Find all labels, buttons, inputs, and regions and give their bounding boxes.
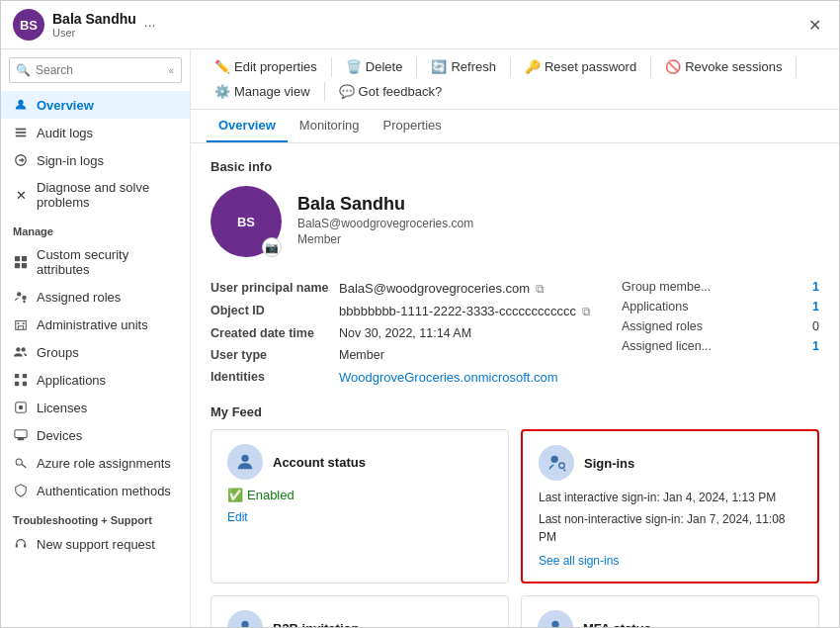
more-options-icon[interactable]: ···	[144, 17, 156, 33]
divider-5	[796, 57, 797, 77]
stat-label-apps: Applications	[622, 300, 688, 314]
sidebar-item-sign-in-logs[interactable]: Sign-in logs	[1, 146, 190, 174]
svg-rect-25	[24, 544, 26, 548]
signins-user-icon	[539, 445, 574, 481]
divider-3	[510, 57, 511, 77]
sidebar-item-assigned-roles[interactable]: Assigned roles	[1, 283, 190, 311]
svg-point-27	[551, 456, 558, 463]
content-area: ✏️ Edit properties 🗑️ Delete 🔄 Refresh 🔑…	[191, 49, 839, 627]
identities-label: Identities	[210, 370, 339, 385]
stat-value-roles[interactable]: 0	[812, 319, 819, 333]
sidebar-label-sign-in: Sign-in logs	[37, 153, 104, 168]
card-b2b: B2B invitation Convert to external user	[210, 595, 509, 627]
sidebar-item-audit-logs[interactable]: Audit logs	[1, 119, 190, 146]
headset-icon	[13, 536, 29, 552]
edit-properties-button[interactable]: ✏️ Edit properties	[207, 55, 325, 78]
card-header-signins: Sign-ins	[539, 445, 801, 481]
svg-rect-13	[23, 322, 25, 324]
tab-monitoring[interactable]: Monitoring	[288, 110, 372, 142]
profile-info: Bala Sandhu BalaS@woodgrovegroceries.com…	[297, 186, 473, 246]
created-label: Created date time	[210, 326, 339, 340]
toolbar: ✏️ Edit properties 🗑️ Delete 🔄 Refresh 🔑…	[191, 49, 839, 110]
sidebar-label-devices: Devices	[37, 428, 82, 443]
wrench-icon: ✕	[13, 187, 29, 203]
stat-value-licenses[interactable]: 1	[812, 339, 819, 353]
account-status-value: ✅ Enabled	[227, 488, 492, 502]
svg-rect-3	[16, 135, 27, 137]
tab-properties[interactable]: Properties	[372, 110, 454, 142]
sidebar-item-devices[interactable]: Devices	[1, 421, 190, 449]
sidebar-item-admin-units[interactable]: Administrative units	[1, 311, 190, 338]
svg-point-28	[559, 463, 565, 469]
refresh-button[interactable]: 🔄 Refresh	[423, 55, 504, 78]
sidebar-item-applications[interactable]: Applications	[1, 366, 190, 394]
b2b-user-icon	[227, 610, 263, 627]
stat-licenses: Assigned licen... 1	[622, 336, 819, 356]
device-icon	[13, 427, 29, 443]
svg-rect-8	[22, 263, 27, 268]
svg-rect-19	[23, 382, 27, 386]
copy-objid-icon[interactable]: ⧉	[582, 305, 591, 318]
tabs-bar: Overview Monitoring Properties	[191, 110, 839, 143]
objid-value: bbbbbbbb-1111-2222-3333-cccccccccccc ⧉	[339, 304, 591, 318]
revoke-sessions-button[interactable]: 🚫 Revoke sessions	[657, 55, 790, 78]
person-icon	[13, 97, 29, 113]
sidebar-item-diagnose[interactable]: ✕ Diagnose and solve problems	[1, 174, 190, 216]
svg-rect-2	[16, 132, 27, 134]
objid-label: Object ID	[210, 304, 339, 318]
card-sign-ins: Sign-ins Last interactive sign-in: Jan 4…	[521, 429, 819, 583]
mfa-user-icon	[538, 610, 573, 627]
card-header-account: Account status	[227, 444, 492, 480]
svg-rect-5	[15, 256, 20, 261]
sidebar-item-overview[interactable]: Overview	[1, 91, 190, 119]
sidebar-item-support[interactable]: New support request	[1, 530, 190, 558]
sidebar-item-groups[interactable]: Groups	[1, 338, 190, 366]
divider-1	[331, 57, 332, 77]
stat-value-apps[interactable]: 1	[812, 300, 819, 314]
delete-button[interactable]: 🗑️ Delete	[338, 55, 411, 78]
see-all-signins-link[interactable]: See all sign-ins	[539, 554, 801, 568]
account-edit-link[interactable]: Edit	[227, 510, 492, 524]
stat-value-group[interactable]: 1	[812, 280, 819, 294]
title-bar: BS Bala Sandhu User ··· ✕	[1, 1, 839, 49]
auth-icon	[13, 483, 29, 498]
svg-rect-12	[18, 322, 20, 324]
svg-rect-17	[23, 374, 27, 378]
identities-link[interactable]: WoodgroveGroceries.onmicrosoft.com	[339, 370, 558, 385]
camera-icon[interactable]: 📷	[262, 237, 282, 257]
sidebar-troubleshoot-label: Troubleshooting + Support	[1, 504, 190, 530]
sidebar-item-auth-methods[interactable]: Authentication methods	[1, 477, 190, 504]
copy-upn-icon[interactable]: ⧉	[536, 282, 545, 296]
svg-point-29	[241, 621, 248, 627]
profile-email: BalaS@woodgrovegroceries.com	[297, 217, 473, 230]
tab-overview[interactable]: Overview	[207, 110, 288, 142]
apps-icon	[13, 372, 29, 388]
svg-rect-6	[22, 256, 27, 261]
card-title-b2b: B2B invitation	[273, 621, 359, 628]
feedback-button[interactable]: 💬 Got feedback?	[331, 80, 451, 103]
sidebar-item-azure-roles[interactable]: Azure role assignments	[1, 449, 190, 477]
identities-value: WoodgroveGroceries.onmicrosoft.com	[339, 370, 558, 385]
groups-icon	[13, 344, 29, 360]
main-layout: 🔍 « Overview Audit logs Sign	[1, 49, 839, 627]
collapse-icon[interactable]: «	[168, 65, 174, 76]
reset-password-button[interactable]: 🔑 Reset password	[517, 55, 644, 78]
search-input[interactable]	[9, 57, 182, 83]
svg-point-15	[21, 347, 25, 351]
sidebar-item-licenses[interactable]: Licenses	[1, 394, 190, 421]
shield-grid-icon	[13, 254, 29, 270]
refresh-icon: 🔄	[431, 59, 447, 74]
sidebar-item-custom-security[interactable]: Custom security attributes	[1, 241, 190, 283]
sidebar-label-audit-logs: Audit logs	[37, 126, 93, 140]
upn-label: User principal name	[210, 281, 339, 296]
close-button[interactable]: ✕	[802, 14, 827, 37]
manage-view-button[interactable]: ⚙️ Manage view	[207, 80, 318, 103]
svg-rect-11	[16, 321, 27, 330]
divider-4	[650, 57, 651, 77]
svg-point-21	[19, 405, 23, 409]
main-panel: Basic info BS 📷 Bala Sandhu BalaS@woodgr…	[191, 143, 839, 627]
info-row-usertype: User type Member	[210, 344, 602, 366]
svg-rect-16	[15, 374, 19, 378]
svg-point-10	[22, 296, 26, 300]
info-row-created: Created date time Nov 30, 2022, 11:14 AM	[210, 322, 602, 344]
